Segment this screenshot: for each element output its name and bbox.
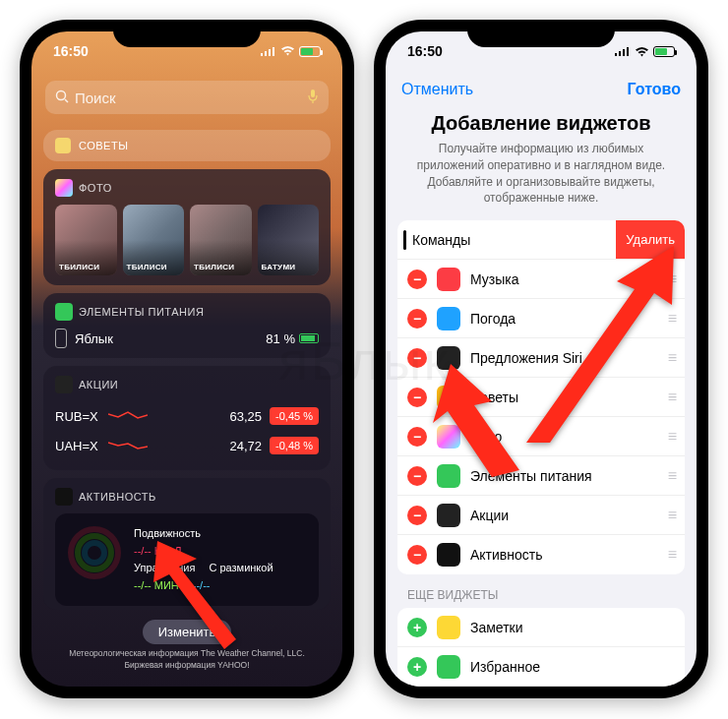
remove-icon[interactable]: − [407,427,427,447]
svg-line-5 [65,99,68,102]
page-subtitle: Получайте информацию из любимых приложен… [409,141,673,207]
svg-rect-12 [619,51,621,56]
mic-icon[interactable] [307,89,319,107]
sparkline-icon [108,408,148,424]
active-widgets-list: Команды Удалить − Музыка ≡ − Погода ≡ − [397,220,685,574]
remove-icon[interactable]: − [407,545,427,565]
stock-sym: UAH=X [55,439,98,453]
signal-icon [261,43,276,59]
row-label: Погода [470,311,516,327]
stocks-widget[interactable]: АКЦИИ RUB=X 63,25 -0,45 % UAH=X 24,72 -0… [43,366,331,470]
tips-widget[interactable]: СОВЕТЫ [43,130,331,161]
widget-row[interactable]: − Музыка ≡ [397,260,685,299]
today-view-screen: 16:50 Поиск [31,31,342,687]
search-icon [55,90,69,106]
sparkline-icon [108,438,148,453]
add-widgets-screen: 16:50 Отменить Готово Добавление виджето… [386,31,697,687]
stock-price: 24,72 [230,439,263,453]
weather-icon [437,307,460,330]
notch [467,20,615,47]
phone-right: 16:50 Отменить Готово Добавление виджето… [374,20,708,698]
svg-point-9 [85,543,104,563]
row-label: Активность [470,547,543,563]
search-input[interactable]: Поиск [45,81,329,114]
reorder-icon[interactable]: ≡ [668,546,675,564]
remove-icon[interactable]: − [407,388,427,407]
batteries-icon [437,464,460,488]
edit-button[interactable]: Изменить [143,620,232,644]
photo-thumb[interactable]: БАТУМИ [258,205,320,275]
remove-icon[interactable]: − [407,506,427,525]
reorder-icon[interactable]: ≡ [668,507,675,524]
battery-label: ЭЛЕМЕНТЫ ПИТАНИЯ [79,306,204,318]
battery-widget[interactable]: ЭЛЕМЕНТЫ ПИТАНИЯ Яблык 81 % [43,293,331,358]
delete-button[interactable]: Удалить [616,220,685,259]
svg-rect-3 [273,47,274,56]
svg-point-4 [57,90,66,99]
phone-left: 16:50 Поиск [20,20,354,698]
add-icon[interactable]: + [407,618,427,637]
favorites-icon [437,655,460,679]
widget-row[interactable]: − Элементы питания ≡ [397,456,685,496]
remove-icon[interactable]: − [407,466,427,486]
stocks-icon [437,504,460,527]
done-button[interactable]: Готово [628,81,681,98]
widget-row-commands[interactable]: Команды Удалить [397,220,685,260]
svg-rect-1 [265,51,267,56]
svg-rect-0 [261,53,263,56]
reorder-icon[interactable]: ≡ [668,349,675,367]
widget-row[interactable]: − Погода ≡ [397,299,685,338]
reorder-icon[interactable]: ≡ [668,389,675,406]
row-label: Акции [470,508,509,523]
widget-row[interactable]: − Предложения Siri ≡ [397,338,685,378]
activity-icon [437,543,460,567]
lightbulb-icon [55,138,71,153]
widget-row[interactable]: + Избранное [397,647,685,687]
stock-change: -0,45 % [270,407,319,425]
row-label: Избранное [470,659,540,675]
stock-change: -0,48 % [270,437,319,454]
photo-thumb[interactable]: ТБИЛИСИ [55,205,117,275]
remove-icon[interactable]: − [407,270,427,289]
activity-icon [55,488,73,506]
wifi-icon [635,46,649,57]
stock-row[interactable]: UAH=X 24,72 -0,48 % [55,431,319,460]
svg-rect-6 [311,90,315,97]
stock-price: 63,25 [230,409,263,424]
cancel-button[interactable]: Отменить [401,81,473,98]
widget-row[interactable]: + Заметки [397,608,685,647]
photos-label: ФОТО [79,182,112,194]
activity-rings-icon [67,525,122,580]
photos-icon [437,425,460,449]
footer-text: Метеорологическая информация The Weather… [31,648,342,680]
reorder-icon[interactable]: ≡ [668,467,675,485]
reorder-icon[interactable]: ≡ [668,428,675,446]
row-label: Команды [412,232,470,248]
photos-widget[interactable]: ФОТО ТБИЛИСИ ТБИЛИСИ ТБИЛИСИ БАТУМИ [43,169,331,285]
tips-label: СОВЕТЫ [79,140,128,151]
stocks-label: АКЦИИ [79,379,118,390]
status-time: 16:50 [407,43,443,59]
photos-icon [55,179,73,197]
reorder-icon[interactable]: ≡ [668,310,675,328]
photo-thumb[interactable]: ТБИЛИСИ [123,205,185,275]
remove-icon[interactable]: − [407,348,427,368]
status-icons [615,46,675,57]
stock-row[interactable]: RUB=X 63,25 -0,45 % [55,401,319,431]
activity-widget[interactable]: АКТИВНОСТЬ Подвижность --/-- ККАЛ [43,478,331,610]
notch [113,20,261,47]
widget-row[interactable]: − Фото ≡ [397,417,685,456]
remove-icon[interactable]: − [407,309,427,329]
photo-thumb[interactable]: ТБИЛИСИ [190,205,252,275]
widget-row[interactable]: − Акции ≡ [397,496,685,535]
more-widgets-label: ЕЩЕ ВИДЖЕТЫ [386,588,697,608]
stock-sym: RUB=X [55,409,98,424]
reorder-icon[interactable]: ≡ [668,270,675,288]
drag-indicator-icon [403,230,406,250]
add-icon[interactable]: + [407,657,427,677]
status-icons [261,43,321,59]
widget-row[interactable]: − Активность ≡ [397,535,685,574]
music-icon [437,268,460,291]
more-widgets-list: + Заметки + Избранное + 4 Календарь + [397,608,685,687]
widget-row[interactable]: − Советы ≡ [397,378,685,417]
